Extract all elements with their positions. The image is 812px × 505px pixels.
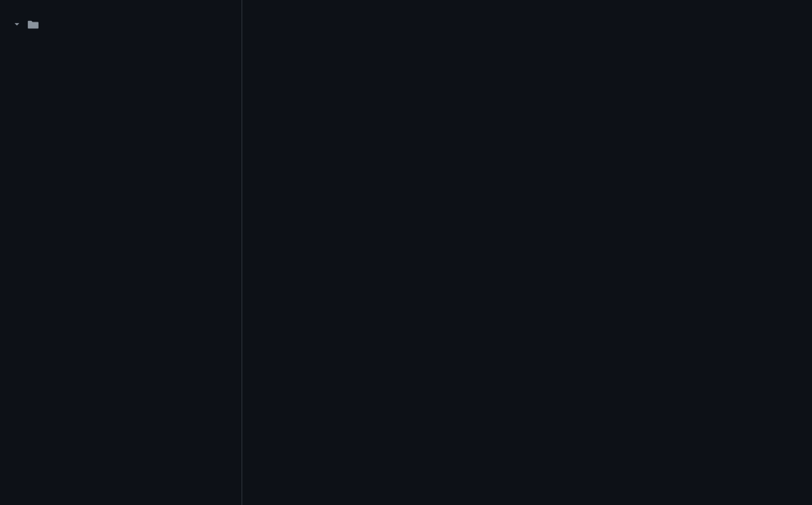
folder-icon — [27, 20, 39, 29]
folder-row-codemod[interactable] — [0, 12, 242, 37]
file-tree-sidebar — [0, 0, 242, 505]
code-editor[interactable] — [242, 0, 812, 505]
chevron-down-icon — [12, 20, 22, 29]
